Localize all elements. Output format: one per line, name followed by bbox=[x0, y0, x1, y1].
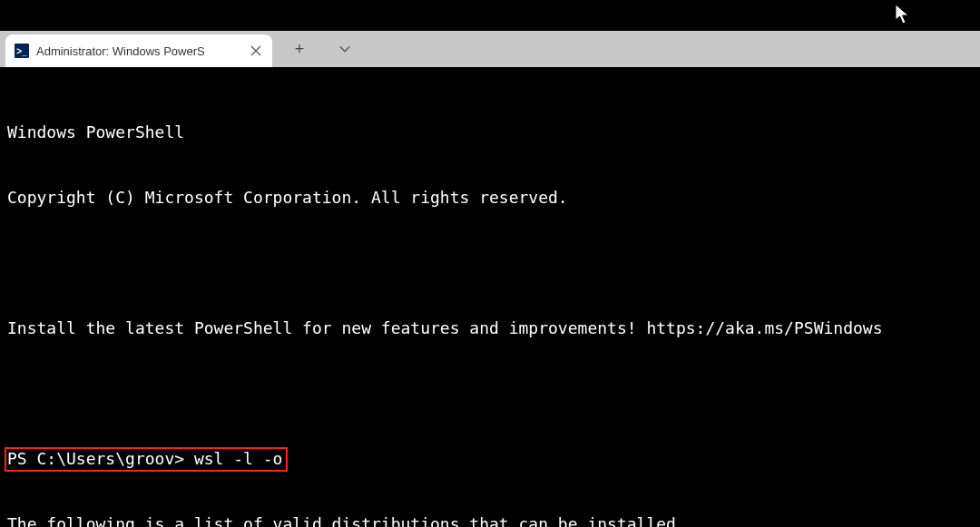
powershell-icon: >_ bbox=[15, 44, 29, 58]
terminal-output[interactable]: Windows PowerShell Copyright (C) Microso… bbox=[0, 67, 980, 527]
blank-line bbox=[7, 383, 973, 405]
banner-line: Copyright (C) Microsoft Corporation. All… bbox=[7, 187, 973, 209]
install-hint-line: Install the latest PowerShell for new fe… bbox=[7, 317, 973, 339]
prompt-line-1: PS C:\Users\groov> wsl -l -o bbox=[7, 448, 973, 470]
terminal-tabstrip: >_ Administrator: Windows PowerS + bbox=[0, 31, 980, 67]
new-tab-button[interactable]: + bbox=[289, 38, 310, 60]
window-titlebar-blank bbox=[0, 0, 980, 31]
close-tab-button[interactable] bbox=[249, 44, 263, 58]
banner-line: Windows PowerShell bbox=[7, 122, 973, 143]
tab-dropdown-button[interactable] bbox=[334, 38, 356, 60]
prompt-prefix: PS C:\Users\groov> bbox=[7, 449, 194, 468]
tabstrip-controls: + bbox=[289, 31, 356, 67]
typed-command: wsl -l -o bbox=[194, 449, 283, 468]
output-line: The following is a list of valid distrib… bbox=[7, 513, 973, 527]
tab-active-powershell[interactable]: >_ Administrator: Windows PowerS bbox=[5, 34, 272, 67]
blank-line bbox=[7, 252, 973, 274]
tab-title: Administrator: Windows PowerS bbox=[36, 44, 241, 58]
